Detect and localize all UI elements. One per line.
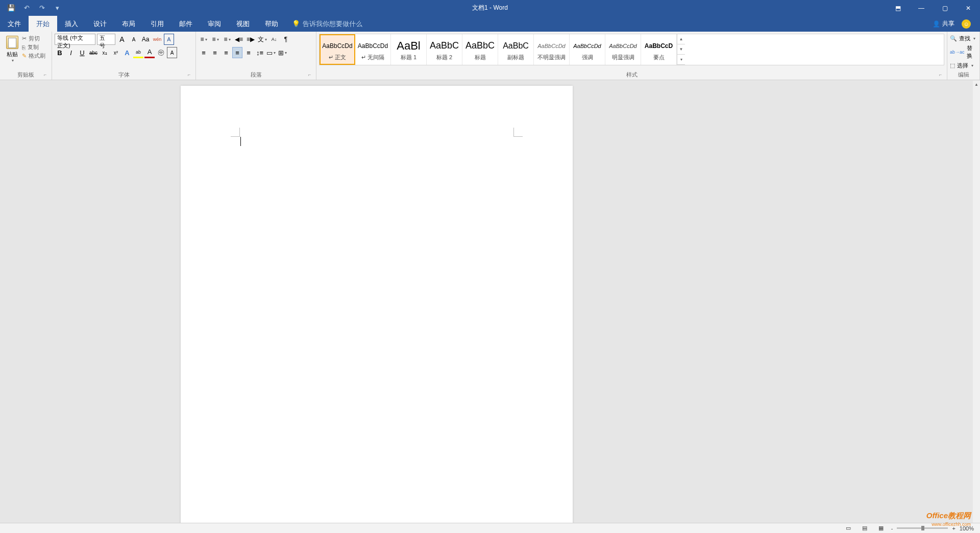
tell-me-search[interactable]: 💡 告诉我你想要做什么 bbox=[286, 16, 369, 32]
align-center-button[interactable]: ≡ bbox=[210, 47, 220, 58]
brush-icon: ✎ bbox=[22, 53, 27, 59]
styles-group-label: 样式 bbox=[316, 71, 947, 79]
style-item-7[interactable]: AaBbCcDd强调 bbox=[570, 34, 605, 65]
style-item-9[interactable]: AaBbCcD要点 bbox=[641, 34, 677, 65]
justify-button[interactable]: ≡ bbox=[232, 47, 242, 58]
enclose-char-button[interactable]: A bbox=[167, 47, 177, 58]
format-painter-button[interactable]: ✎格式刷 bbox=[22, 52, 45, 60]
show-marks-button[interactable]: ¶ bbox=[281, 34, 291, 45]
strikethrough-button[interactable]: abc bbox=[88, 47, 99, 58]
save-icon[interactable]: 💾 bbox=[6, 3, 16, 13]
ribbon-display-icon[interactable]: ⬒ bbox=[886, 0, 910, 16]
web-layout-icon[interactable]: ▦ bbox=[875, 524, 887, 532]
styles-scroll-up-icon[interactable]: ▲ bbox=[677, 34, 685, 44]
phonetic-guide-button[interactable]: wén bbox=[152, 34, 162, 45]
align-left-button[interactable]: ≡ bbox=[199, 47, 209, 58]
text-effects-button[interactable]: A bbox=[122, 47, 132, 58]
underline-button[interactable]: U bbox=[77, 47, 87, 58]
close-icon[interactable]: ✕ bbox=[957, 0, 980, 16]
style-item-2[interactable]: AaBl标题 1 bbox=[391, 34, 427, 65]
style-item-6[interactable]: AaBbCcDd不明显强调 bbox=[534, 34, 570, 65]
grow-font-button[interactable]: A bbox=[117, 34, 127, 45]
tab-design[interactable]: 设计 bbox=[86, 16, 114, 32]
tab-layout[interactable]: 布局 bbox=[114, 16, 143, 32]
change-case-button[interactable]: Aa bbox=[140, 34, 151, 45]
bullets-button[interactable]: ≡▾ bbox=[199, 34, 209, 45]
chevron-down-icon: ▾ bbox=[12, 58, 14, 63]
cut-button[interactable]: ✂剪切 bbox=[22, 35, 45, 42]
line-spacing-button[interactable]: ↕≡ bbox=[255, 47, 265, 58]
vertical-scrollbar[interactable]: ▲ bbox=[973, 81, 980, 523]
numbering-button[interactable]: ≡▾ bbox=[210, 34, 220, 45]
scissors-icon: ✂ bbox=[22, 35, 27, 42]
group-editing: 🔍查找▾ ab→ac替换 ⬚选择▾ 编辑 bbox=[947, 32, 980, 80]
char-shading-button[interactable]: ㊥ bbox=[156, 47, 166, 58]
style-name: 标题 bbox=[475, 54, 486, 61]
tab-review[interactable]: 审阅 bbox=[200, 16, 229, 32]
font-color-button[interactable]: A bbox=[144, 47, 155, 58]
zoom-thumb[interactable] bbox=[921, 526, 924, 530]
style-item-3[interactable]: AaBbC标题 2 bbox=[427, 34, 462, 65]
superscript-button[interactable]: x² bbox=[111, 47, 121, 58]
style-item-1[interactable]: AaBbCcDd↵ 无间隔 bbox=[355, 34, 391, 65]
person-icon: 👤 bbox=[933, 20, 940, 28]
window-title: 文档1 - Word bbox=[472, 4, 508, 12]
document-area[interactable] bbox=[0, 81, 973, 523]
styles-expand-icon[interactable]: ▾ bbox=[677, 55, 685, 65]
style-preview: AaBbCcDd bbox=[358, 38, 388, 54]
align-right-button[interactable]: ≡ bbox=[221, 47, 231, 58]
feedback-icon[interactable]: ☺ bbox=[962, 19, 971, 29]
multilevel-button[interactable]: ≡▾ bbox=[222, 34, 232, 45]
copy-label: 复制 bbox=[28, 43, 39, 51]
page[interactable] bbox=[181, 86, 573, 523]
tab-home[interactable]: 开始 bbox=[29, 16, 57, 32]
highlight-button[interactable]: ab bbox=[133, 47, 143, 58]
font-launcher-icon[interactable]: ⌐ bbox=[188, 72, 194, 78]
tab-references[interactable]: 引用 bbox=[143, 16, 172, 32]
style-item-0[interactable]: AaBbCcDd↵ 正文 bbox=[320, 34, 355, 65]
tab-view[interactable]: 视图 bbox=[229, 16, 257, 32]
share-button[interactable]: 👤 共享 bbox=[933, 19, 954, 28]
style-item-8[interactable]: AaBbCcDd明显强调 bbox=[605, 34, 641, 65]
print-layout-icon[interactable]: ▤ bbox=[859, 524, 871, 532]
replace-button[interactable]: ab→ac替换 bbox=[950, 43, 977, 61]
decrease-indent-button[interactable]: ◀≡ bbox=[234, 34, 244, 45]
font-name-select[interactable]: 等线 (中文正文) bbox=[55, 34, 95, 45]
styles-scroll-down-icon[interactable]: ▼ bbox=[677, 44, 685, 55]
minimize-icon[interactable]: — bbox=[910, 0, 933, 16]
styles-launcher-icon[interactable]: ⌐ bbox=[939, 72, 945, 78]
style-name: 标题 2 bbox=[436, 54, 452, 61]
font-size-select[interactable]: 五号 bbox=[97, 34, 115, 45]
maximize-icon[interactable]: ▢ bbox=[933, 0, 957, 16]
redo-icon[interactable]: ↷ bbox=[37, 3, 47, 13]
find-button[interactable]: 🔍查找▾ bbox=[950, 34, 977, 43]
distribute-button[interactable]: ≡ bbox=[243, 47, 254, 58]
undo-icon[interactable]: ↶ bbox=[21, 3, 32, 13]
zoom-slider[interactable] bbox=[897, 527, 948, 529]
select-button[interactable]: ⬚选择▾ bbox=[950, 61, 977, 70]
char-border-button[interactable]: A bbox=[164, 34, 174, 45]
style-item-5[interactable]: AaBbC副标题 bbox=[498, 34, 534, 65]
style-item-4[interactable]: AaBbC标题 bbox=[462, 34, 498, 65]
tab-insert[interactable]: 插入 bbox=[57, 16, 86, 32]
borders-button[interactable]: ⊞▾ bbox=[277, 47, 287, 58]
tab-file[interactable]: 文件 bbox=[0, 16, 29, 32]
find-label: 查找 bbox=[959, 35, 970, 42]
tab-help[interactable]: 帮助 bbox=[257, 16, 286, 32]
read-mode-icon[interactable]: ▭ bbox=[842, 524, 854, 532]
clipboard-launcher-icon[interactable]: ⌐ bbox=[44, 72, 50, 78]
scroll-up-icon[interactable]: ▲ bbox=[973, 81, 980, 88]
paragraph-launcher-icon[interactable]: ⌐ bbox=[308, 72, 314, 78]
copy-button[interactable]: ⎘复制 bbox=[22, 43, 45, 51]
qat-more-icon[interactable]: ▾ bbox=[52, 3, 62, 13]
tab-mailings[interactable]: 邮件 bbox=[172, 16, 200, 32]
shading-button[interactable]: ▭▾ bbox=[266, 47, 276, 58]
shrink-font-button[interactable]: A bbox=[129, 34, 139, 45]
style-name: ↵ 无间隔 bbox=[361, 54, 384, 61]
increase-indent-button[interactable]: ≡▶ bbox=[246, 34, 256, 45]
sort-button[interactable]: A↓ bbox=[269, 34, 279, 45]
zoom-out-button[interactable]: - bbox=[891, 525, 893, 531]
style-name: 明显强调 bbox=[612, 54, 634, 61]
asian-layout-button[interactable]: 文▾ bbox=[257, 34, 267, 45]
paste-button[interactable]: 粘贴 ▾ bbox=[3, 34, 22, 70]
